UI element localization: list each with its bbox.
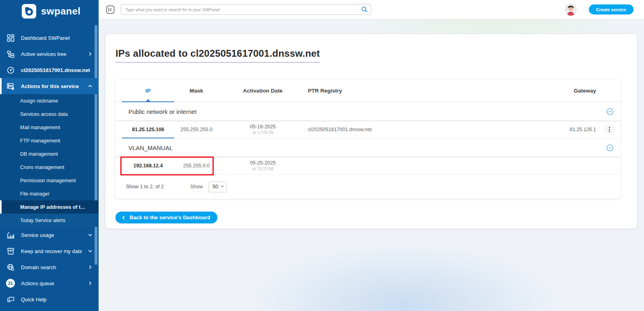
submenu-item-today-service-alerts[interactable]: Today Service alerts (0, 214, 99, 227)
submenu-item-assign-nickname[interactable]: Assign nickname (0, 94, 99, 107)
chevron-right-icon (87, 265, 93, 270)
sidebar-item-label: cl2025051617001.dnssw.net (21, 67, 93, 73)
page-size-value: 50 (213, 184, 218, 189)
submenu-label: Services access data (20, 111, 68, 117)
sidebar-item-service-name[interactable]: cl2025051617001.dnssw.net (0, 62, 99, 78)
submenu-item-ftp-management[interactable]: FTP management (0, 134, 99, 147)
active-column-underline (122, 138, 174, 138)
service-gauge-icon (6, 66, 15, 74)
chevron-down-icon (87, 249, 93, 253)
badge-count: 21 (6, 279, 15, 288)
cell-mask: 255.255.0.0 (174, 163, 219, 169)
search-icon[interactable] (361, 6, 368, 14)
chat-help-icon (6, 296, 15, 303)
submenu-item-manage-ip-addresses[interactable]: Manage IP addresses of t… (0, 200, 99, 214)
column-header-ptr-registry[interactable]: PTR Registry (307, 88, 532, 94)
time-value: at 19:23:58 (219, 166, 307, 171)
sort-ascending-icon (146, 99, 150, 101)
chevron-down-icon (220, 184, 224, 189)
main-area: Create service IPs allocated to cl202505… (99, 0, 644, 311)
page-size-label: Show (190, 184, 203, 189)
group-name: VLAN_MANUAL (128, 144, 173, 151)
page-size-select[interactable]: 50 (208, 181, 227, 192)
table-row-highlighted[interactable]: 192.168.12.4 255.255.0.0 05-25-2025 at 1… (116, 157, 620, 175)
sidebar-item-label: Domain search (21, 264, 82, 270)
submenu-label: Mail management (20, 125, 60, 130)
sidebar: swpanel Dashboard SWPanel (0, 0, 99, 311)
collapse-group-icon[interactable] (606, 144, 614, 152)
column-header-activation-date[interactable]: Activation Date (219, 88, 307, 94)
back-to-dashboard-button[interactable]: Back to the service's Dashboard (116, 212, 217, 223)
submenu-item-crons-management[interactable]: Crons management (0, 161, 99, 174)
cell-gateway: 81.25.125.1 (532, 127, 596, 132)
sidebar-item-label: Keep and recover my data (21, 248, 82, 254)
column-header-mask[interactable]: Mask (174, 88, 219, 94)
collapse-group-icon[interactable] (606, 108, 614, 115)
sidebar-item-quick-help[interactable]: Quick Help (0, 291, 99, 307)
user-avatar[interactable] (565, 4, 577, 16)
chevron-right-icon (87, 51, 93, 56)
pagination-summary: Show 1 to 2, of 2 (126, 184, 164, 189)
column-header-ip[interactable]: IP (122, 88, 174, 94)
topbar: Create service (99, 0, 644, 19)
cell-ip: 192.168.12.4 (122, 163, 174, 169)
sidebar-nav: Dashboard SWPanel Active services tree (0, 23, 99, 307)
sidebar-item-domain-search[interactable]: Domain search (0, 259, 99, 275)
submenu-label: Crons management (20, 165, 64, 170)
swpanel-logo-icon (22, 4, 36, 19)
sidebar-item-dashboard[interactable]: Dashboard SWPanel (0, 30, 99, 46)
active-column-underline (122, 101, 174, 102)
sidebar-item-label: Actions queue (21, 280, 82, 286)
submenu-item-permission-management[interactable]: Permission management (0, 174, 99, 187)
topbar-right: Create service (565, 4, 634, 16)
page-title: IPs allocated to cl2025051617001.dnssw.n… (116, 48, 320, 63)
sidebar-collapse-button[interactable] (105, 5, 115, 14)
chevron-up-icon (87, 84, 93, 89)
sidebar-item-label: Quick Help (21, 297, 93, 303)
server-gear-icon (6, 82, 15, 90)
cell-activation-date: 05-25-2025 at 19:23:58 (219, 160, 307, 172)
cell-activation-date: 05-16-2025 at 17:09:26 (219, 124, 307, 136)
search-bar (121, 4, 371, 15)
submenu-item-db-management[interactable]: DB management (0, 147, 99, 161)
sidebar-item-keep-recover-data[interactable]: Keep and recover my data (0, 243, 99, 259)
domain-search-icon (6, 264, 15, 271)
date-value: 05-25-2025 (250, 160, 276, 166)
queue-count-badge: 21 (6, 279, 15, 288)
group-header-public-network: Public network or internet (116, 102, 620, 121)
content-area: IPs allocated to cl2025051617001.dnssw.n… (99, 19, 644, 311)
time-value: at 17:09:26 (219, 130, 307, 135)
sidebar-item-actions-for-service[interactable]: Actions for this service (0, 78, 99, 94)
sidebar-item-actions-queue[interactable]: 21 Actions queue (0, 275, 99, 291)
row-menu-icon[interactable] (605, 125, 614, 134)
chevron-down-icon (87, 233, 93, 237)
sidebar-item-service-usage[interactable]: Service usage (0, 227, 99, 243)
services-tree-icon (6, 50, 15, 58)
sidebar-item-label: Actions for this service (21, 83, 82, 89)
sidebar-item-label: Active services tree (21, 51, 82, 57)
submenu-label: FTP management (20, 138, 60, 144)
submenu-item-file-manager[interactable]: File manager (0, 187, 99, 200)
search-input[interactable] (121, 4, 371, 15)
sidebar-item-label: Dashboard SWPanel (21, 35, 93, 41)
submenu-label: File manager (20, 191, 50, 197)
submenu-label: DB management (20, 151, 58, 157)
submenu-item-mail-management[interactable]: Mail management (0, 121, 99, 134)
submenu-label: Assign nickname (20, 98, 58, 104)
table-row[interactable]: 81.25.125.106 255.255.255.0 05-16-2025 a… (116, 121, 620, 138)
back-button-label: Back to the service's Dashboard (130, 214, 210, 220)
submenu-label: Manage IP addresses of t… (20, 204, 85, 210)
dashboard-icon (6, 34, 15, 42)
chevron-left-icon (121, 215, 126, 220)
sidebar-item-active-services-tree[interactable]: Active services tree (0, 46, 99, 62)
submenu-item-services-access-data[interactable]: Services access data (0, 107, 99, 121)
swpanel-logo[interactable]: swpanel (0, 0, 99, 23)
group-header-vlan-manual: VLAN_MANUAL (116, 138, 620, 157)
main-card: IPs allocated to cl2025051617001.dnssw.n… (105, 34, 637, 229)
chevron-right-icon (87, 281, 93, 286)
submenu-label: Permission management (20, 178, 76, 183)
cell-mask: 255.255.255.0 (174, 127, 219, 132)
ip-table: IP Mask Activation Date PTR Registry Gat… (116, 80, 620, 199)
column-header-gateway[interactable]: Gateway (532, 88, 596, 94)
create-service-button[interactable]: Create service (589, 4, 634, 14)
